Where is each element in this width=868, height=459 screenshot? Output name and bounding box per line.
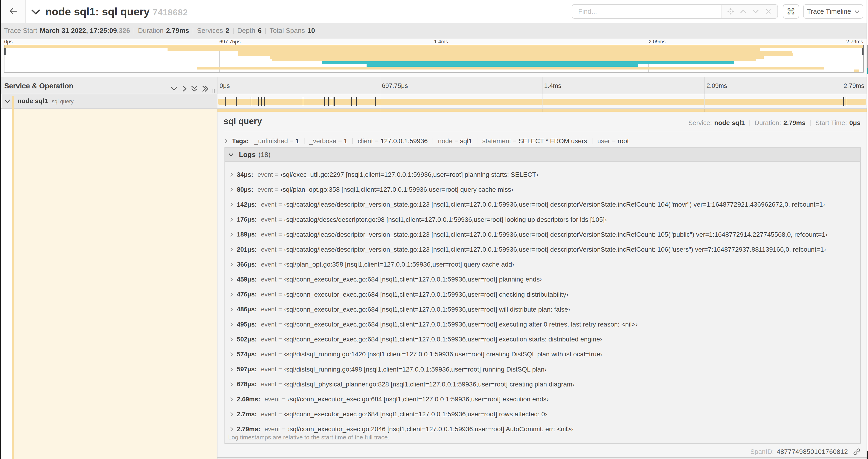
log-chevron-right-icon[interactable]: [229, 322, 234, 327]
log-chevron-right-icon[interactable]: [229, 412, 234, 416]
log-chevron-right-icon[interactable]: [229, 218, 234, 222]
log-chevron-right-icon[interactable]: [229, 248, 234, 252]
log-row[interactable]: 366μs:event=‹sql/plan_opt.go:358 [nsql1,…: [225, 257, 860, 272]
find-group: [572, 4, 778, 19]
span-log-marker[interactable]: [324, 97, 325, 106]
trace-view-selector[interactable]: Trace Timeline: [803, 4, 863, 19]
log-chevron-right-icon[interactable]: [229, 307, 234, 312]
trace-minimap: 0μs697.75μs1.4ms2.09ms2.79ms: [1, 38, 867, 77]
tag-separator: [592, 138, 592, 144]
log-chevron-right-icon[interactable]: [229, 277, 234, 282]
span-log-marker[interactable]: [375, 97, 376, 106]
log-row[interactable]: 142μs:event=‹sql/catalog/lease/descripto…: [225, 197, 860, 212]
trace-summary-bar: Trace StartMarch 31 2022, 17:25:09.326Du…: [1, 23, 867, 38]
tag-item[interactable]: _verbose=1: [309, 137, 347, 145]
title-collapse-chevron-icon[interactable]: [31, 9, 40, 15]
tag-item[interactable]: node=sql1: [438, 137, 472, 145]
log-row[interactable]: 459μs:event=‹sql/conn_executor_exec.go:6…: [225, 272, 860, 287]
log-chevron-right-icon[interactable]: [229, 173, 234, 177]
log-field-key: event: [261, 321, 277, 328]
span-log-marker[interactable]: [264, 97, 265, 106]
log-chevron-right-icon[interactable]: [229, 233, 234, 237]
span-log-marker[interactable]: [333, 97, 334, 106]
log-chevron-right-icon[interactable]: [229, 382, 234, 387]
selector-chevron-down-icon: [855, 9, 860, 14]
span-log-marker[interactable]: [225, 97, 226, 106]
span-log-marker[interactable]: [328, 97, 329, 106]
log-chevron-right-icon[interactable]: [229, 337, 234, 341]
log-row[interactable]: 2.7ms:event=‹sql/conn_executor_exec.go:6…: [225, 407, 860, 422]
expand-all-icon[interactable]: [202, 86, 208, 92]
timeline-tick-label: 1.4ms: [544, 82, 561, 90]
log-field-key: event: [265, 426, 280, 433]
collapse-all-icon[interactable]: [191, 86, 198, 92]
span-log-marker[interactable]: [331, 97, 331, 106]
detail-bar-tick: [542, 109, 542, 112]
back-button[interactable]: [1, 0, 26, 23]
span-row-timeline-cell[interactable]: [217, 94, 867, 108]
span-log-marker[interactable]: [236, 97, 237, 106]
span-log-marker[interactable]: [843, 97, 844, 106]
tag-item[interactable]: user=root: [597, 137, 629, 145]
log-chevron-right-icon[interactable]: [229, 367, 234, 371]
log-row[interactable]: 597μs:event=‹sql/distsql_running.go:498 …: [225, 362, 860, 377]
log-chevron-right-icon[interactable]: [229, 352, 234, 356]
log-row[interactable]: 476μs:event=‹sql/conn_executor_exec.go:6…: [225, 287, 860, 302]
logs-header[interactable]: Logs (18): [225, 148, 860, 162]
find-input[interactable]: [572, 4, 721, 19]
tag-item[interactable]: statement=SELECT * FROM users: [482, 137, 587, 145]
log-row[interactable]: 189μs:event=‹sql/catalog/lease/descripto…: [225, 227, 860, 242]
tag-item[interactable]: client=127.0.0.1:59936: [358, 137, 428, 145]
span-row-name-cell[interactable]: node sql1 sql query: [2, 94, 217, 108]
logs-count: (18): [258, 151, 271, 159]
log-timestamp: 201μs:: [237, 246, 257, 253]
log-field-key: event: [261, 411, 277, 418]
log-row[interactable]: 495μs:event=‹sql/conn_executor_exec.go:6…: [225, 317, 860, 332]
column-resize-grip[interactable]: [213, 89, 216, 93]
keyboard-shortcuts-button[interactable]: ⌘: [783, 4, 799, 19]
log-field-key: event: [261, 291, 277, 298]
minimap-span: [238, 54, 793, 56]
collapse-one-icon[interactable]: [170, 86, 178, 92]
log-row[interactable]: 678μs:event=‹sql/distsql_physical_planne…: [225, 377, 860, 392]
log-row[interactable]: 574μs:event=‹sql/distsql_running.go:1420…: [225, 347, 860, 362]
log-row[interactable]: 2.69ms:event=‹sql/conn_executor_exec.go:…: [225, 392, 860, 407]
span-log-marker[interactable]: [258, 97, 259, 106]
next-result-icon[interactable]: [752, 8, 759, 15]
deep-link-icon[interactable]: [853, 448, 861, 456]
clear-find-icon[interactable]: [765, 8, 772, 15]
expand-one-icon[interactable]: [181, 86, 188, 92]
log-field-key: event: [261, 216, 277, 223]
log-row[interactable]: 34μs:event=‹sql/exec_util.go:2297 [nsql1…: [225, 167, 860, 182]
log-chevron-right-icon[interactable]: [229, 202, 234, 207]
span-log-marker[interactable]: [303, 97, 303, 106]
log-row[interactable]: 502μs:event=‹sql/conn_executor_exec.go:6…: [225, 332, 860, 347]
minimap-canvas[interactable]: [4, 45, 864, 72]
tag-item[interactable]: _unfinished=1: [254, 137, 299, 145]
log-chevron-right-icon[interactable]: [229, 397, 234, 401]
log-row[interactable]: 176μs:event=‹sql/catalog/descs/descripto…: [225, 212, 860, 227]
log-row[interactable]: 201μs:event=‹sql/catalog/lease/descripto…: [225, 242, 860, 257]
prev-result-icon[interactable]: [740, 8, 747, 15]
span-log-marker[interactable]: [261, 97, 262, 106]
span-log-marker[interactable]: [251, 97, 251, 106]
log-row[interactable]: 80μs:event=‹sql/plan_opt.go:358 [nsql1,c…: [225, 182, 860, 197]
meta-label: Start Time:: [815, 119, 847, 127]
summary-label: Services: [197, 27, 223, 35]
trace-name: node sql1: sql query: [45, 6, 150, 18]
log-chevron-right-icon[interactable]: [229, 292, 234, 297]
row-children-chevron-icon[interactable]: [4, 99, 10, 104]
span-log-marker[interactable]: [846, 97, 846, 106]
summary-separator: [233, 28, 234, 34]
log-row[interactable]: 486μs:event=‹sql/conn_executor_exec.go:6…: [225, 302, 860, 317]
span-log-marker[interactable]: [334, 97, 335, 106]
log-chevron-right-icon[interactable]: [229, 262, 234, 267]
log-chevron-right-icon[interactable]: [229, 427, 234, 431]
log-field-key: event: [261, 276, 277, 283]
tags-row[interactable]: Tags: _unfinished=1_verbose=1client=127.…: [223, 136, 629, 146]
focus-match-icon[interactable]: [727, 8, 734, 15]
log-chevron-right-icon[interactable]: [229, 188, 234, 192]
timeline-tick-label: 2.09ms: [707, 82, 727, 90]
span-log-marker[interactable]: [351, 97, 352, 106]
span-log-marker[interactable]: [356, 97, 357, 106]
